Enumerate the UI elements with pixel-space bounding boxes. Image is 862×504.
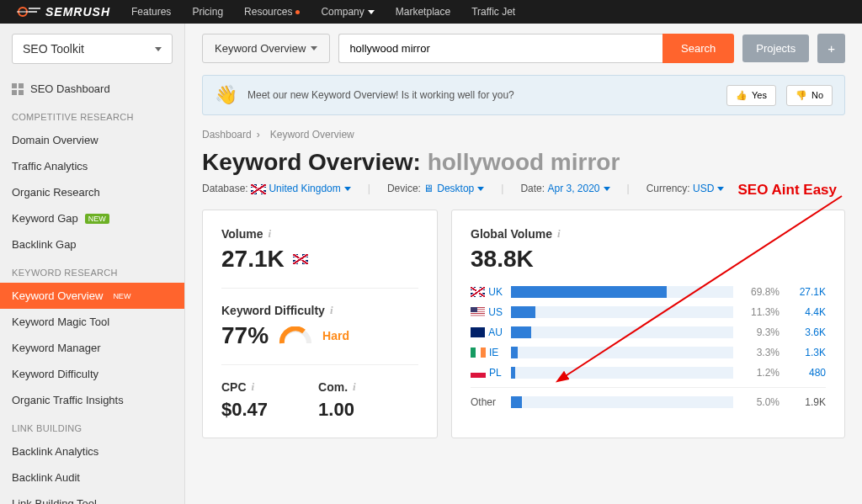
gv-row: AU9.3%3.6K [471,326,826,338]
toolbar: Keyword Overview Search Projects + [202,34,845,63]
new-badge: NEW [109,291,134,301]
toolkit-selector[interactable]: SEO Toolkit [12,34,173,64]
chevron-down-icon [311,46,317,50]
nav-resources[interactable]: Resources [244,6,300,18]
brand-logo[interactable]: SEMRUSH [17,5,110,19]
keyword-search-input[interactable] [338,34,662,63]
info-icon[interactable]: i [252,380,255,394]
gv-bar [511,286,733,298]
global-volume-card: Global Volume i 38.8K UK69.8%27.1KUS11.3… [451,210,845,438]
volume-card: Volume i 27.1K Keyword Difficulty i 77% … [202,210,438,438]
gv-value[interactable]: 3.6K [788,326,826,338]
sidebar-seo-dashboard[interactable]: SEO Dashboard [0,76,184,102]
gv-value[interactable]: 1.3K [788,347,826,358]
sidebar-keyword-manager[interactable]: Keyword Manager [0,335,184,361]
sidebar-keyword-magic[interactable]: Keyword Magic Tool [0,309,184,335]
sidebar-heading: COMPETITIVE RESEARCH [0,102,184,127]
filters-row: Database: United Kingdom | Device: 🖥 Des… [202,183,845,194]
gv-bar [511,367,733,379]
add-project-button[interactable]: + [817,34,845,63]
info-icon[interactable]: i [557,227,561,241]
sidebar-heading: KEYWORD RESEARCH [0,257,184,283]
gv-bar [511,326,733,338]
banner-text: Meet our new Keyword Overview! Is it wor… [247,89,716,101]
nav-marketplace[interactable]: Marketplace [396,6,450,18]
sidebar-organic-traffic-insights[interactable]: Organic Traffic Insights [0,387,184,413]
date-selector[interactable]: Apr 3, 2020 [547,183,609,194]
info-icon[interactable]: i [353,380,356,394]
sidebar-keyword-gap[interactable]: Keyword Gap NEW [0,205,184,231]
grid-icon [12,83,24,95]
sidebar-heading: LINK BUILDING [0,413,184,438]
gv-row: US11.3%4.4K [471,306,826,318]
sidebar: SEO Toolkit SEO Dashboard COMPETITIVE RE… [0,24,185,504]
gv-country[interactable]: AU [471,326,503,338]
feedback-banner: 👋 Meet our new Keyword Overview! Is it w… [202,75,845,115]
search-button[interactable]: Search [662,34,734,63]
gv-value[interactable]: 4.4K [788,306,826,318]
au-flag-icon [471,327,485,337]
gv-pct: 3.3% [742,347,780,358]
page-title: Keyword Overview: hollywood mirror [202,149,845,176]
chevron-down-icon [604,187,610,191]
crumb-current: Keyword Overview [270,129,354,141]
device-selector[interactable]: 🖥 Desktop [423,183,484,194]
sidebar-backlink-analytics[interactable]: Backlink Analytics [0,438,184,464]
uk-flag-icon [293,254,308,264]
crumb-dashboard[interactable]: Dashboard [202,129,252,141]
gv-bar [511,347,733,358]
uk-flag-icon [471,287,485,297]
sidebar-keyword-difficulty[interactable]: Keyword Difficulty [0,361,184,387]
pl-flag-icon [471,368,486,378]
projects-button[interactable]: Projects [742,34,809,62]
top-navbar: SEMRUSH Features Pricing Resources Compa… [0,0,862,24]
gv-row: IE3.3%1.3K [471,347,826,358]
chevron-down-icon [477,187,484,191]
nav-company[interactable]: Company [321,6,374,18]
feedback-yes-button[interactable]: 👍Yes [726,85,776,106]
thumbs-down-icon: 👎 [795,90,807,101]
gv-pct: 11.3% [742,306,780,318]
sidebar-traffic-analytics[interactable]: Traffic Analytics [0,153,184,179]
gauge-icon [279,326,312,345]
feedback-no-button[interactable]: 👎No [786,85,833,106]
info-icon[interactable]: i [330,304,333,317]
main-content: Keyword Overview Search Projects + 👋 Mee… [185,24,862,504]
gv-country[interactable]: US [471,306,503,318]
chevron-down-icon [717,187,724,191]
nav-pricing[interactable]: Pricing [192,6,223,18]
currency-selector[interactable]: USD [693,183,724,194]
sidebar-backlink-audit[interactable]: Backlink Audit [0,464,184,491]
gv-pct: 1.2% [742,367,780,379]
chevron-down-icon [344,187,351,191]
sidebar-organic-research[interactable]: Organic Research [0,179,184,205]
sidebar-link-building-tool[interactable]: Link Building Tool [0,491,184,504]
sidebar-backlink-gap[interactable]: Backlink Gap [0,231,184,257]
breadcrumb: Dashboard›Keyword Overview [202,129,845,141]
gv-country[interactable]: IE [471,347,503,358]
gv-row-other: Other 5.0% 1.9K [471,396,826,408]
keyword-overview-dropdown[interactable]: Keyword Overview [202,34,330,63]
gv-value[interactable]: 480 [788,367,826,379]
gv-bar [511,306,733,318]
gv-country[interactable]: UK [471,286,503,298]
nav-features[interactable]: Features [131,6,171,18]
info-icon[interactable]: i [269,227,272,241]
gv-pct: 69.8% [742,286,780,298]
uk-flag-icon [251,184,266,194]
gv-row: UK69.8%27.1K [471,286,826,298]
chevron-down-icon [155,47,162,51]
database-selector[interactable]: United Kingdom [269,183,350,194]
gv-value[interactable]: 27.1K [788,286,826,298]
new-badge: NEW [85,214,109,224]
notification-dot-icon [295,10,300,14]
thumbs-up-icon: 👍 [736,90,748,101]
gv-pct: 9.3% [742,326,780,338]
gv-row: PL1.2%480 [471,367,826,379]
nav-trafficjet[interactable]: Traffic Jet [471,6,515,18]
ie-flag-icon [471,347,486,358]
chevron-down-icon [368,10,375,14]
gv-country[interactable]: PL [471,367,503,379]
sidebar-domain-overview[interactable]: Domain Overview [0,127,184,153]
sidebar-keyword-overview[interactable]: Keyword Overview NEW [0,283,184,309]
